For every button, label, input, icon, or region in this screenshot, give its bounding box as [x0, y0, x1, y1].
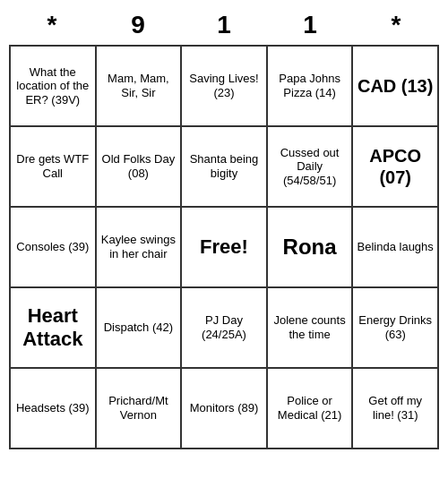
cell-4-2: Monitors (89) — [182, 369, 268, 449]
cell-2-1: Kaylee swings in her chair — [97, 208, 183, 288]
cell-2-0: Consoles (39) — [11, 208, 97, 288]
cell-3-4: Energy Drinks (63) — [353, 288, 439, 369]
cell-4-1: Prichard/Mt Vernon — [97, 369, 183, 449]
cell-2-2: Free! — [182, 208, 268, 288]
cell-2-4: Belinda laughs — [353, 208, 439, 288]
header-col-3: 1 — [267, 9, 353, 41]
cell-0-0: What the location of the ER? (39V) — [11, 47, 97, 127]
cell-1-0: Dre gets WTF Call — [11, 127, 97, 208]
cell-0-2: Saving Lives! (23) — [182, 47, 268, 127]
cell-2-3: Rona — [268, 208, 354, 288]
cell-4-0: Headsets (39) — [11, 369, 97, 449]
cell-0-4: CAD (13) — [353, 47, 439, 127]
cell-4-3: Police or Medical (21) — [268, 369, 354, 449]
cell-3-0: Heart Attack — [11, 288, 97, 369]
cell-1-3: Cussed out Daily (54/58/51) — [268, 127, 354, 208]
bingo-grid: What the location of the ER? (39V)Mam, M… — [9, 45, 439, 449]
header-col-4: * — [353, 9, 439, 41]
cell-3-2: PJ Day (24/25A) — [182, 288, 268, 369]
cell-3-3: Jolene counts the time — [268, 288, 354, 369]
bingo-card: *911* What the location of the ER? (39V)… — [9, 9, 439, 449]
cell-0-3: Papa Johns Pizza (14) — [268, 47, 354, 127]
header-col-1: 9 — [95, 9, 181, 41]
cell-1-2: Shanta being bigity — [182, 127, 268, 208]
cell-0-1: Mam, Mam, Sir, Sir — [97, 47, 183, 127]
header-row: *911* — [9, 9, 439, 41]
cell-1-4: APCO (07) — [353, 127, 439, 208]
cell-4-4: Get off my line! (31) — [353, 369, 439, 449]
cell-3-1: Dispatch (42) — [97, 288, 183, 369]
header-col-0: * — [9, 9, 95, 41]
header-col-2: 1 — [181, 9, 267, 41]
cell-1-1: Old Folks Day (08) — [97, 127, 183, 208]
